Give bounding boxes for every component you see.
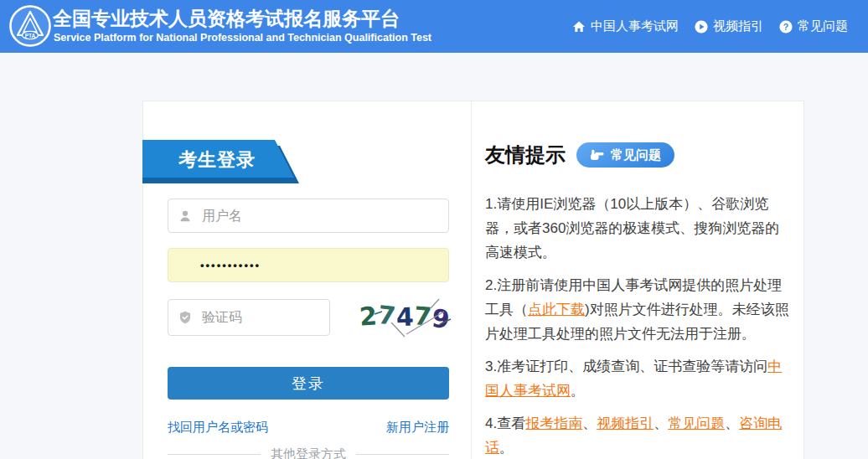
tip-link[interactable]: 报考指南 xyxy=(525,415,582,431)
tip-text: 、 xyxy=(654,415,668,431)
nav-label: 常见问题 xyxy=(798,18,848,34)
tip-link[interactable]: 视频指引 xyxy=(597,415,654,431)
cpta-logo-icon: PTA xyxy=(8,4,52,48)
nav-label: 视频指引 xyxy=(713,18,763,34)
tips-list: 1.请使用IE浏览器（10以上版本）、谷歌浏览器，或者360浏览器的极速模式、搜… xyxy=(485,192,792,459)
main-content-card: 考生登录 27479 xyxy=(142,101,804,459)
tip-item: 2.注册前请使用中国人事考试网提供的照片处理工具（点此下载)对照片文件进行处理。… xyxy=(485,273,792,346)
tip-text: 3.准考证打印、成绩查询、证书查验等请访问 xyxy=(485,358,767,374)
tips-title: 友情提示 xyxy=(485,142,566,168)
tip-link[interactable]: 常见问题 xyxy=(668,415,725,431)
question-icon: ? xyxy=(779,20,793,34)
site-title: 全国专业技术人员资格考试报名服务平台 xyxy=(53,6,400,32)
other-login-divider: 其他登录方式 xyxy=(168,446,449,459)
tips-panel: 友情提示 常见问题 1.请使用IE浏览器（10以上版本）、谷歌浏览器，或者360… xyxy=(473,101,804,459)
captcha-field-wrap xyxy=(168,299,330,336)
svg-text:?: ? xyxy=(783,22,788,32)
shield-icon xyxy=(178,311,192,324)
site-subtitle: Service Platform for National Profession… xyxy=(54,32,431,44)
tip-text: 4.查看 xyxy=(485,415,525,431)
password-input[interactable] xyxy=(199,258,438,272)
faq-pill-button[interactable]: 常见问题 xyxy=(576,142,674,168)
login-panel-title: 考生登录 xyxy=(178,147,256,173)
nav-video-guide[interactable]: 视频指引 xyxy=(695,18,763,34)
captcha-image[interactable]: 27479 xyxy=(358,295,452,338)
top-header: PTA 全国专业技术人员资格考试报名服务平台 Service Platform … xyxy=(0,0,868,53)
username-field-wrap xyxy=(168,199,449,233)
header-nav: 中国人事考试网 视频指引 ? 常见问题 xyxy=(572,0,848,53)
captcha-input[interactable] xyxy=(200,309,319,326)
password-field-wrap xyxy=(168,248,449,282)
register-link[interactable]: 新用户注册 xyxy=(386,420,449,436)
user-icon xyxy=(178,209,192,223)
login-links-row: 找回用户名或密码 新用户注册 xyxy=(168,420,449,436)
nav-faq[interactable]: ? 常见问题 xyxy=(779,18,848,34)
tip-item: 1.请使用IE浏览器（10以上版本）、谷歌浏览器，或者360浏览器的极速模式、搜… xyxy=(485,192,792,265)
tip-item: 4.查看报考指南、视频指引、常见问题、咨询电话。 xyxy=(485,411,792,459)
pointing-hand-icon xyxy=(590,149,604,161)
login-panel: 考生登录 27479 xyxy=(143,101,472,459)
video-icon xyxy=(695,20,708,34)
tip-text: 。 xyxy=(571,383,585,399)
captcha-noise-lines xyxy=(358,295,452,338)
login-button[interactable]: 登录 xyxy=(168,367,449,400)
forgot-credentials-link[interactable]: 找回用户名或密码 xyxy=(168,420,268,436)
username-input[interactable] xyxy=(200,208,438,224)
tip-text: 、 xyxy=(582,415,597,431)
other-login-label: 其他登录方式 xyxy=(271,446,346,459)
tip-text: 1.请使用IE浏览器（10以上版本）、谷歌浏览器，或者360浏览器的极速模式、搜… xyxy=(485,196,779,260)
tip-text: 。 xyxy=(499,440,514,456)
svg-text:PTA: PTA xyxy=(25,33,36,39)
tips-title-row: 友情提示 常见问题 xyxy=(485,142,674,168)
tip-text: 、 xyxy=(725,415,739,431)
faq-pill-label: 常见问题 xyxy=(611,147,661,163)
tip-link[interactable]: 点此下载 xyxy=(528,302,585,317)
nav-cpta-site[interactable]: 中国人事考试网 xyxy=(572,18,679,34)
home-icon xyxy=(572,20,586,34)
login-panel-header: 考生登录 xyxy=(142,140,310,185)
nav-label: 中国人事考试网 xyxy=(591,18,679,34)
tip-item: 3.准考证打印、成绩查询、证书查验等请访问中国人事考试网。 xyxy=(485,354,792,403)
